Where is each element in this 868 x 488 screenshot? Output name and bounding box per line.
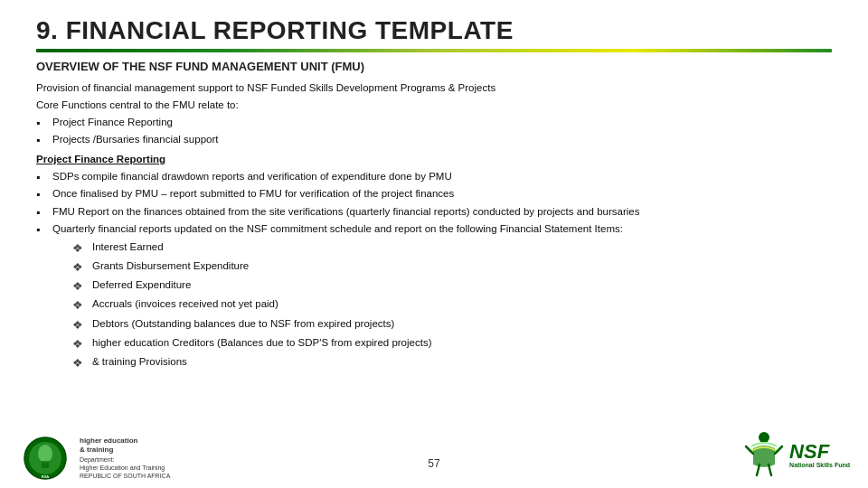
svg-point-5 xyxy=(759,432,769,443)
dept-logo-svg: RSA xyxy=(23,436,68,481)
pf-bullet-1: ▪ SDPs compile financial drawdown report… xyxy=(36,169,832,186)
financial-statement-items: ❖ Interest Earned ❖ Grants Disbursement … xyxy=(72,239,832,334)
dept-line-3: Department: xyxy=(80,455,170,464)
svg-text:RSA: RSA xyxy=(42,474,50,479)
fs-item-4-text: Accruals (invoices received not yet paid… xyxy=(92,296,278,313)
nsf-label: NSF xyxy=(789,442,850,462)
dept-line-5: REPUBLIC OF SOUTH AFRICA xyxy=(80,472,170,480)
pf-bullet-2: ▪ Once finalised by PMU – report submitt… xyxy=(36,186,832,203)
intro-line-2: Core Functions central to the FMU relate… xyxy=(36,98,832,114)
content-area: Provision of financial management suppor… xyxy=(36,80,832,372)
diamond-5: ❖ xyxy=(72,316,92,334)
add-item-2-text: & training Provisions xyxy=(92,354,187,371)
dept-line-4: Higher Education and Training xyxy=(80,464,170,472)
project-finance-heading: Project Finance Reporting xyxy=(36,152,832,168)
add-item-1-text: higher education Creditors (Balances due… xyxy=(92,335,432,352)
intro-line-1: Provision of financial management suppor… xyxy=(36,80,832,97)
footer-dept-text: higher education & training Department: … xyxy=(80,436,170,480)
pf-bullet-3: ▪ FMU Report on the finances obtained fr… xyxy=(36,204,832,221)
pf-bullet-symbol-1: ▪ xyxy=(36,169,52,186)
svg-point-2 xyxy=(38,445,52,463)
footer: RSA higher education & training Departme… xyxy=(0,430,868,481)
fs-item-3: ❖ Deferred Expenditure xyxy=(72,277,832,296)
nsf-figure-area xyxy=(744,430,785,481)
pf-bullet-4: ▪ Quarterly financial reports updated on… xyxy=(36,221,832,239)
divider-bar xyxy=(36,49,832,52)
fs-item-5-text: Debtors (Outstanding balances due to NSF… xyxy=(92,316,394,333)
dept-line-1: higher education xyxy=(80,436,170,446)
core-bullet-2-text: Projects /Bursaries financial support xyxy=(52,132,218,148)
dept-line-2: & training xyxy=(80,446,170,455)
diamond-1: ❖ xyxy=(72,239,92,258)
fs-item-3-text: Deferred Expenditure xyxy=(92,277,191,294)
fs-item-1-text: Interest Earned xyxy=(92,239,164,256)
svg-rect-3 xyxy=(42,461,49,468)
add-item-2: ❖ & training Provisions xyxy=(72,354,832,372)
bullet-symbol-2: ▪ xyxy=(36,132,52,149)
diamond-7: ❖ xyxy=(72,354,92,372)
fs-item-4: ❖ Accruals (invoices received not yet pa… xyxy=(72,296,832,314)
fs-item-5: ❖ Debtors (Outstanding balances due to N… xyxy=(72,316,832,334)
footer-left: RSA higher education & training Departme… xyxy=(18,436,170,481)
core-bullet-1: ▪ Project Finance Reporting xyxy=(36,115,832,132)
fs-item-2: ❖ Grants Disbursement Expenditure xyxy=(72,258,832,277)
nsf-logo: NSF National Skills Fund xyxy=(744,430,850,481)
diamond-4: ❖ xyxy=(72,296,92,314)
bullet-symbol-1: ▪ xyxy=(36,115,52,132)
pf-bullet-2-text: Once finalised by PMU – report submitted… xyxy=(52,186,454,202)
pf-bullet-symbol-2: ▪ xyxy=(36,186,52,203)
pf-bullet-1-text: SDPs compile financial drawdown reports … xyxy=(52,169,452,185)
page-container: 9. FINANCIAL REPORTING TEMPLATE OVERVIEW… xyxy=(0,0,868,488)
core-bullet-1-text: Project Finance Reporting xyxy=(52,115,173,131)
additional-items: ❖ higher education Creditors (Balances d… xyxy=(72,335,832,372)
fs-item-1: ❖ Interest Earned xyxy=(72,239,832,258)
dept-logo: RSA xyxy=(18,436,72,481)
pf-bullet-3-text: FMU Report on the finances obtained from… xyxy=(52,204,639,221)
page-number: 57 xyxy=(428,457,439,470)
diamond-2: ❖ xyxy=(72,258,92,277)
nsf-text-area: NSF National Skills Fund xyxy=(789,442,850,469)
pf-bullet-symbol-3: ▪ xyxy=(36,204,52,221)
overview-heading: OVERVIEW OF THE NSF FUND MANAGEMENT UNIT… xyxy=(36,60,832,73)
core-bullet-2: ▪ Projects /Bursaries financial support xyxy=(36,132,832,149)
nsf-subtext: National Skills Fund xyxy=(789,462,850,469)
nsf-person-icon xyxy=(744,430,785,477)
pf-bullet-4-text: Quarterly financial reports updated on t… xyxy=(52,221,623,238)
fs-item-2-text: Grants Disbursement Expenditure xyxy=(92,258,249,275)
pf-bullet-symbol-4: ▪ xyxy=(36,221,52,239)
page-title: 9. FINANCIAL REPORTING TEMPLATE xyxy=(36,16,832,45)
diamond-3: ❖ xyxy=(72,277,92,296)
diamond-6: ❖ xyxy=(72,335,92,353)
add-item-1: ❖ higher education Creditors (Balances d… xyxy=(72,335,832,353)
